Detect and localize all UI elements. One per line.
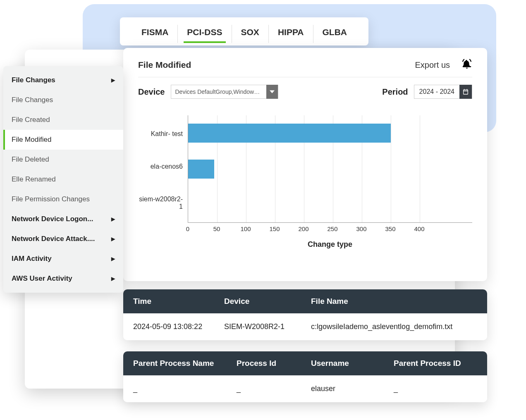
chevron-right-icon: ▶: [111, 276, 115, 282]
tab-pci-dss[interactable]: PCI-DSS: [177, 25, 231, 43]
sidebar-item-label: File Changes: [12, 76, 55, 84]
y-category-label: Kathir- test: [138, 130, 188, 138]
x-tick-label: 300: [356, 225, 366, 232]
tab-sox[interactable]: SOX: [232, 25, 268, 43]
chevron-right-icon: ▶: [111, 77, 115, 83]
process-table: Parent Process Name Process Id Username …: [123, 351, 487, 402]
chevron-right-icon: ▶: [111, 236, 115, 242]
x-tick-label: 200: [298, 225, 308, 232]
report-sidebar: File Changes▶File ChangesFile CreatedFil…: [3, 66, 123, 293]
tab-fisma[interactable]: FISMA: [132, 25, 177, 43]
gridline: [420, 115, 420, 222]
sidebar-item-label: IAM Activity: [12, 255, 52, 263]
table-row[interactable]: 2024-05-09 13:08:22 SIEM-W2008R2-1 c:lgo…: [123, 313, 487, 340]
sidebar-item-label: AWS User Activity: [12, 274, 72, 283]
sidebar-item-label: File Permission Changes: [12, 195, 90, 203]
sidebar-item-label: File Modified: [12, 136, 51, 144]
col-process-id: Process Id: [237, 359, 311, 368]
sidebar-item[interactable]: Network Device Logon...▶: [3, 209, 123, 229]
sidebar-item[interactable]: File Modified: [3, 130, 123, 150]
period-select[interactable]: 2024 - 2024: [414, 85, 472, 99]
calendar-icon: [459, 85, 472, 99]
x-tick-label: 50: [213, 225, 220, 232]
sidebar-item-label: Network Device Logon...: [12, 215, 93, 223]
col-parent-process-name: Parent Process Name: [133, 359, 237, 368]
sidebar-item[interactable]: AWS User Activity▶: [3, 269, 123, 289]
tab-glba[interactable]: GLBA: [313, 25, 356, 43]
col-parent-process-id: Parent Process ID: [394, 359, 477, 368]
sidebar-item-label: File Changes: [12, 96, 53, 104]
x-tick-label: 0: [186, 225, 189, 232]
col-time: Time: [133, 297, 224, 306]
sidebar-item-label: File Created: [12, 116, 50, 124]
x-tick-label: 100: [240, 225, 251, 232]
x-tick-label: 350: [385, 225, 395, 232]
sidebar-item-label: Network Device Attack....: [12, 235, 95, 243]
y-category-label: siem-w2008r2-1: [138, 196, 188, 210]
bar: [188, 160, 214, 179]
compliance-tabs: FISMAPCI-DSSSOXHIPPAGLBA: [120, 17, 368, 45]
bar: [188, 124, 391, 143]
col-device: Device: [224, 297, 311, 306]
period-label: Period: [382, 87, 408, 97]
sidebar-item[interactable]: File Permission Changes: [3, 189, 123, 209]
x-tick-label: 250: [327, 225, 337, 232]
x-tick-label: 150: [269, 225, 280, 232]
chevron-right-icon: ▶: [111, 216, 115, 222]
sidebar-item[interactable]: Elle Renamed: [3, 169, 123, 189]
alarm-icon[interactable]: [461, 59, 472, 71]
sidebar-item[interactable]: File Created: [3, 110, 123, 130]
chevron-down-icon: [266, 85, 278, 99]
chevron-right-icon: ▶: [111, 256, 115, 262]
sidebar-item[interactable]: File Deleted: [3, 150, 123, 169]
sidebar-item[interactable]: File Changes▶: [3, 70, 123, 90]
events-table: Time Device File Name 2024-05-09 13:08:2…: [123, 289, 487, 340]
device-value: Devices DefaultGroup,WindowsGroup,UnixGr…: [171, 88, 266, 95]
y-category-label: ela-cenos6: [138, 163, 188, 170]
x-tick-label: 400: [414, 225, 424, 232]
sidebar-item-label: Elle Renamed: [12, 175, 56, 184]
col-filename: File Name: [311, 297, 477, 306]
table-row[interactable]: _ _ elauser _: [123, 375, 487, 402]
col-username: Username: [311, 359, 394, 368]
gridline: [391, 115, 391, 222]
report-panel: File Modified Export us Device Devices D…: [123, 48, 487, 281]
panel-title: File Modified: [138, 60, 191, 70]
device-label: Device: [138, 87, 165, 97]
period-value: 2024 - 2024: [414, 88, 459, 95]
sidebar-item-label: File Deleted: [12, 155, 49, 164]
device-select[interactable]: Devices DefaultGroup,WindowsGroup,UnixGr…: [171, 85, 278, 99]
tab-hippa[interactable]: HIPPA: [268, 25, 313, 43]
export-link[interactable]: Export us: [415, 60, 450, 70]
sidebar-item[interactable]: IAM Activity▶: [3, 249, 123, 269]
bar-chart: Kathir- testela-cenos6siem-w2008r2-1 050…: [138, 115, 472, 239]
x-axis-label: Change type: [188, 240, 472, 249]
sidebar-item[interactable]: Network Device Attack....▶: [3, 229, 123, 249]
sidebar-item[interactable]: File Changes: [3, 90, 123, 110]
